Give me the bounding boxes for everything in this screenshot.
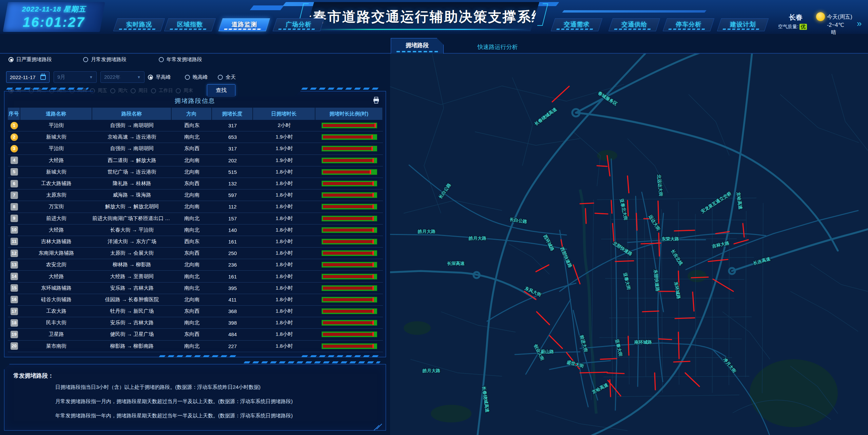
header-deco-strip-right (562, 10, 706, 13)
svg-text:蔚山路: 蔚山路 (540, 349, 554, 354)
cell: 安乐街 → 吉林大路 (92, 320, 172, 326)
panel-dash-deco (6, 88, 89, 90)
cell: 大经路 → 至善胡同 (92, 273, 172, 280)
note-line-0: 日拥堵路段指当日3小时（含）以上处于拥堵的路段。(数据源：浮动车系统昨日24小时… (55, 384, 261, 391)
cell: 牡丹街 → 新民广场 (92, 308, 172, 314)
rank-badge: 9 (8, 215, 20, 222)
cell: 东南湖大路辅路 (20, 250, 92, 256)
column-header-5: 日拥堵时长 (253, 108, 315, 120)
radio-peak-0[interactable]: 早高峰 (148, 74, 171, 80)
cell: 2小时 (253, 122, 315, 129)
cell: 1.8小时 (253, 169, 315, 175)
table-row: 12东南湖大路辅路太原街 → 会展大街东向西2501.8小时 (8, 248, 383, 259)
cell: 卫星路 (20, 331, 92, 338)
radio-weekday-7[interactable]: 工作日 (151, 88, 173, 94)
cell: 250 (212, 250, 253, 256)
month-select[interactable]: 9月 ▼ (54, 71, 97, 83)
cell: 398 (212, 320, 253, 326)
print-icon[interactable] (373, 97, 380, 104)
table-row: 20菜市南街柳影路 → 柳影南路南向北2271.8小时 (8, 341, 383, 352)
calendar-icon (40, 75, 46, 80)
table-row: 18民丰大街安乐街 → 吉林大路南向北3981.8小时 (8, 317, 383, 329)
page-title: 长春市道路交通运行辅助决策支撑系统 (298, 7, 546, 26)
congestion-ratio-bar (315, 274, 383, 279)
cell: 工农大路辅路 (20, 180, 92, 187)
svg-text:皓月大路: 皓月大路 (422, 368, 441, 373)
radio-congestion-type-1[interactable]: 月常发拥堵路段 (83, 56, 127, 63)
weather-condition: 晴 (831, 29, 836, 36)
radio-peak-1[interactable]: 晚高峰 (185, 74, 208, 80)
air-quality-badge: 优 (799, 24, 807, 30)
cell: 南向北 (172, 343, 212, 349)
cell: 132 (212, 181, 253, 186)
cell: 东环城路辅路 (20, 285, 92, 291)
cell: 1.8小时 (253, 192, 315, 198)
radio-congestion-type-0[interactable]: 日严重拥堵路段 (8, 56, 52, 63)
nav-left-item-3[interactable]: 广场分析 (273, 18, 324, 31)
rank-badge: 12 (8, 250, 20, 257)
year-select[interactable]: 2022年 ▼ (100, 71, 144, 83)
congestion-table-panel: 拥堵路段信息 序号道路名称路段名称方向拥堵长度日拥堵时长拥堵时长比例(时) 1平… (4, 91, 386, 357)
rank-badge: 18 (8, 319, 20, 327)
radio-weekday-8[interactable]: 周末 (176, 88, 193, 94)
cell: 157 (212, 216, 253, 221)
table-row: 3平治街自强街 → 南胡胡同东向西3171.9小时 (8, 143, 383, 155)
congestion-ratio-bar (315, 343, 383, 349)
nav-right-item-3[interactable]: 建设计划 (717, 18, 769, 31)
weather-city: 长春 (789, 13, 803, 22)
rank-badge: 19 (8, 331, 20, 338)
cell: 南向北 (172, 285, 212, 291)
table-row: 19卫星路健民街 → 卫星广场东向西4841.8小时 (8, 329, 383, 340)
cell: 西向东 (172, 238, 212, 245)
cell: 161 (212, 274, 253, 279)
nav-dash-deco (170, 29, 207, 30)
cell: 1.9小时 (253, 134, 315, 140)
cell: 1.8小时 (253, 343, 315, 349)
radio-peak-2[interactable]: 全天 (218, 74, 236, 80)
congestion-ratio-bar (315, 285, 383, 291)
cell: 硅谷大街辅路 (20, 296, 92, 303)
nav-right-item-2[interactable]: 停车分析 (663, 18, 714, 31)
cell: 威海路 → 珠海路 (92, 192, 172, 198)
congestion-ratio-bar (315, 262, 383, 268)
cell: 解放大街 → 解放北胡同 (92, 203, 172, 210)
cell: 北向南 (172, 192, 212, 198)
radio-icon (185, 75, 190, 80)
cell: 自强街 → 南胡胡同 (92, 122, 172, 129)
date-value: 2022-11-17 (10, 74, 36, 80)
legend-notes-panel: 常发拥堵路段： 日拥堵路段指当日3小时（含）以上处于拥堵的路段。(数据源：浮动车… (4, 364, 386, 431)
cell: 1.8小时 (253, 215, 315, 222)
panel-dash-deco (301, 88, 381, 90)
cell: 新城大街 (20, 169, 92, 175)
cell: 1.8小时 (253, 331, 315, 338)
nav-left-item-1[interactable]: 区域指数 (164, 18, 216, 31)
rank-badge: 3 (8, 145, 20, 152)
radio-icon (131, 88, 136, 93)
radio-weekday-5[interactable]: 周六 (110, 88, 128, 94)
radio-icon (8, 57, 14, 62)
table-row: 9前进大街前进大街南湖广场下桥匝道出口 → ...南向北1571.8小时 (8, 213, 383, 224)
congestion-ratio-bar (315, 227, 383, 233)
cell: 北向南 (172, 169, 212, 175)
rank-badge: 2 (8, 133, 20, 141)
nav-right-item-1[interactable]: 交通供给 (609, 18, 660, 31)
nav-right-item-0[interactable]: 交通需求 (551, 18, 602, 31)
congestion-ratio-bar (315, 331, 383, 337)
search-button[interactable]: 查找 (207, 84, 235, 96)
congestion-ratio-bar (315, 123, 383, 128)
date-picker[interactable]: 2022-11-17 (6, 71, 50, 83)
radio-congestion-type-2[interactable]: 年常发拥堵路段 (159, 56, 202, 63)
congestion-ratio-bar (315, 250, 383, 256)
year-value: 2022年 (104, 74, 120, 80)
nav-left-item-0[interactable]: 实时路况 (113, 18, 165, 31)
svg-text:长深高速: 长深高速 (447, 261, 465, 266)
radio-icon (218, 75, 223, 80)
weather-expand-chevrons-icon[interactable]: » (857, 18, 862, 29)
nav-left-item-2[interactable]: 道路监测 (218, 18, 270, 31)
tab-congested-sections[interactable]: 拥堵路段 (391, 38, 444, 54)
panel-dash-deco (301, 355, 381, 357)
radio-weekday-6[interactable]: 周日 (131, 88, 148, 94)
tab-expressway-analysis[interactable]: 快速路运行分析 (459, 42, 537, 52)
city-map[interactable]: 长春绕城高速春城服务区长白公路长白公路皓月大路皓月大路皓月大路长深高速西环城路北… (390, 54, 868, 435)
cell: 自强街 → 南胡胡同 (92, 145, 172, 152)
